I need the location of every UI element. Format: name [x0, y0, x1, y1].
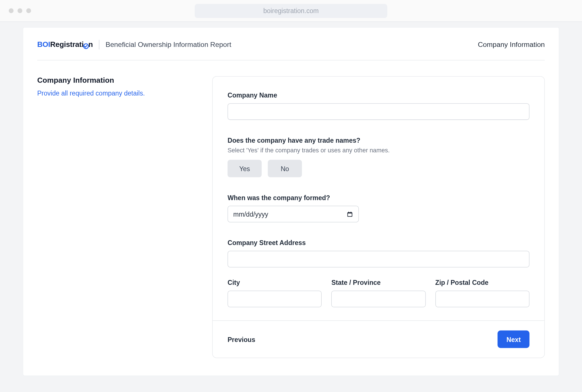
state-label: State / Province [331, 279, 426, 286]
trade-names-label: Does the company have any trade names? [228, 136, 529, 144]
sidebar: Company Information Provide all required… [37, 76, 195, 358]
window-close-icon[interactable] [9, 8, 14, 13]
form-card: Company Name Does the company have any t… [212, 76, 545, 358]
previous-button[interactable]: Previous [228, 335, 255, 343]
vertical-divider [99, 40, 99, 49]
company-name-input[interactable] [228, 103, 529, 120]
section-title: Company Information [37, 76, 195, 85]
logo-suffix-post: n [88, 40, 93, 49]
date-placeholder: mm/dd/yyyy [233, 210, 268, 218]
zip-label: Zip / Postal Code [435, 279, 530, 286]
trade-names-no-button[interactable]: No [268, 160, 302, 177]
page-card: BOIRegistratin Beneficial Ownership Info… [23, 27, 559, 376]
company-name-label: Company Name [228, 92, 529, 99]
calendar-icon [347, 211, 353, 217]
logo: BOIRegistratin [37, 40, 93, 49]
street-address-input[interactable] [228, 251, 529, 267]
date-formed-input[interactable]: mm/dd/yyyy [228, 206, 359, 223]
trade-names-yes-button[interactable]: Yes [228, 160, 262, 177]
form-footer: Previous Next [213, 320, 544, 358]
logo-suffix-pre: Registrati [50, 40, 84, 49]
top-bar: BOIRegistratin Beneficial Ownership Info… [37, 40, 545, 60]
check-circle-icon [83, 43, 89, 49]
window-controls [9, 8, 31, 13]
street-address-label: Company Street Address [228, 239, 529, 246]
state-input[interactable] [331, 291, 426, 307]
svg-rect-1 [348, 213, 352, 216]
window-minimize-icon[interactable] [18, 8, 22, 13]
section-subtitle: Provide all required company details. [37, 89, 195, 97]
url-text: boiregistration.com [263, 7, 319, 14]
url-bar[interactable]: boiregistration.com [195, 4, 387, 18]
trade-names-hint: Select 'Yes' if the company trades or us… [228, 147, 529, 154]
next-button[interactable]: Next [498, 331, 529, 348]
city-label: City [228, 279, 322, 286]
zip-input[interactable] [435, 291, 530, 307]
date-formed-label: When was the company formed? [228, 194, 529, 201]
city-input[interactable] [228, 291, 322, 307]
window-maximize-icon[interactable] [26, 8, 31, 13]
browser-chrome: boiregistration.com [0, 0, 582, 22]
page-indicator: Company Information [478, 41, 545, 49]
logo-prefix: BOI [37, 40, 50, 49]
report-title: Beneficial Ownership Information Report [105, 41, 231, 49]
